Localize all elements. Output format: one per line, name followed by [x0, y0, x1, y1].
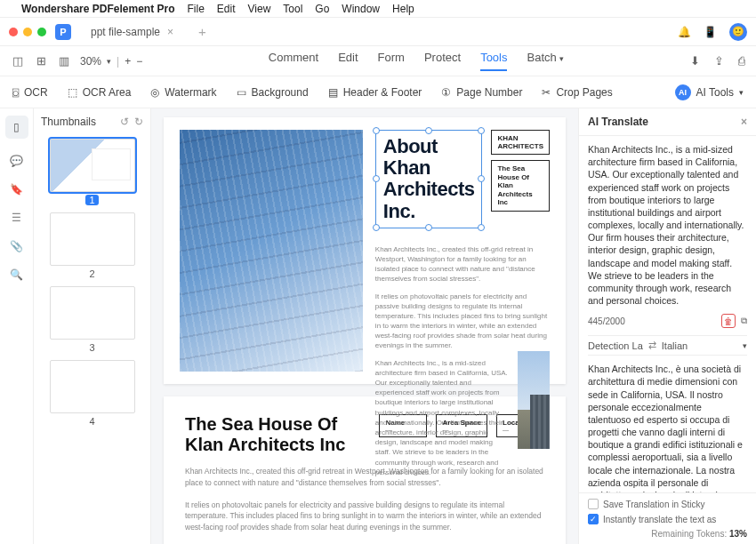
- menu-view[interactable]: View: [248, 3, 271, 15]
- copy-icon[interactable]: ⧉: [741, 316, 747, 326]
- share-icon[interactable]: ⇪: [714, 54, 724, 68]
- thumbnail-page-2[interactable]: 2: [43, 212, 141, 279]
- source-text[interactable]: Khan Architects Inc., is a mid-sized arc…: [588, 143, 747, 307]
- source-lang[interactable]: Detection La: [588, 340, 643, 351]
- resize-handle[interactable]: [425, 127, 432, 134]
- chevron-down-icon: ▾: [559, 54, 564, 63]
- ocr-area-button[interactable]: ⬚OCR Area: [68, 86, 132, 99]
- swap-languages-icon[interactable]: ⇄: [648, 340, 656, 351]
- rotate-ccw-icon[interactable]: ↺: [120, 116, 129, 128]
- menu-file[interactable]: File: [188, 3, 205, 15]
- attachments-tab-icon[interactable]: 📎: [10, 240, 23, 252]
- tab-tools[interactable]: Tools: [480, 51, 507, 71]
- new-tab-button[interactable]: +: [198, 24, 206, 39]
- zoom-control[interactable]: 30% ▾ | + −: [80, 55, 142, 68]
- target-lang[interactable]: Italian: [662, 340, 688, 351]
- ocr-button[interactable]: ⌼OCR: [12, 86, 48, 99]
- brand-label: KHAN ARCHITECTS: [491, 130, 550, 155]
- rotate-cw-icon[interactable]: ↻: [134, 116, 143, 128]
- option-label: Save Translation in Sticky: [603, 500, 705, 509]
- ai-tools-button[interactable]: AIAI Tools▾: [675, 84, 744, 100]
- bell-icon[interactable]: 🔔: [678, 26, 691, 38]
- thumbnails-title: Thumbnails: [41, 116, 96, 128]
- background-icon: ▭: [237, 86, 246, 99]
- close-window-icon[interactable]: [9, 28, 18, 36]
- close-panel-icon[interactable]: ×: [741, 116, 747, 128]
- close-tab-icon[interactable]: ×: [167, 26, 173, 38]
- background-button[interactable]: ▭Background: [237, 86, 309, 99]
- zoom-in-button[interactable]: +: [125, 55, 131, 68]
- minimize-window-icon[interactable]: [23, 28, 32, 36]
- tab-protect[interactable]: Protect: [424, 51, 461, 71]
- grid-view-icon[interactable]: ⊞: [34, 54, 48, 68]
- mobile-icon[interactable]: 📱: [704, 26, 717, 38]
- resize-handle[interactable]: [478, 175, 485, 182]
- body-text: Khan Architects Inc., is a mid-sized arc…: [375, 358, 509, 477]
- header-footer-button[interactable]: ▤Header & Footer: [328, 86, 422, 99]
- menu-tool[interactable]: Tool: [283, 3, 302, 15]
- user-avatar[interactable]: 🙂: [729, 23, 747, 41]
- print-icon[interactable]: ⎙: [738, 54, 745, 68]
- option-save-sticky[interactable]: Save Translation in Sticky: [588, 499, 747, 509]
- resize-handle[interactable]: [478, 127, 485, 134]
- language-selector[interactable]: Detection La ⇄ Italian ▾: [588, 335, 747, 356]
- page-num: 4: [89, 416, 94, 427]
- layers-tab-icon[interactable]: ☰: [12, 212, 21, 224]
- sidebar-toggle-icon[interactable]: ◫: [11, 54, 25, 68]
- tools-toolbar: ⌼OCR ⬚OCR Area ◎Watermark ▭Background ▤H…: [0, 76, 756, 108]
- page2-title: The Sea House Of Klan Architects Inc: [185, 414, 361, 455]
- left-sidebar-rail: ▯ 💬 🔖 ☰ 📎 🔍: [0, 108, 34, 544]
- resize-handle[interactable]: [425, 224, 432, 231]
- watermark-button[interactable]: ◎Watermark: [150, 86, 216, 99]
- search-tab-icon[interactable]: 🔍: [10, 268, 23, 281]
- split-view-icon[interactable]: ▥: [57, 54, 71, 68]
- ai-icon: AI: [675, 84, 691, 100]
- thumbnail-page-4[interactable]: 4: [43, 360, 141, 427]
- page-num: 1: [85, 195, 98, 205]
- comments-tab-icon[interactable]: 💬: [10, 155, 23, 167]
- window-controls[interactable]: [9, 28, 46, 36]
- selected-text-box[interactable]: About Khan Architects Inc.: [375, 130, 483, 228]
- body-text: Khan Architects Inc., created this off-g…: [375, 244, 550, 284]
- thumbnail-page-1[interactable]: 1: [43, 139, 141, 205]
- checkbox-off-icon[interactable]: [588, 499, 599, 509]
- zoom-window-icon[interactable]: [37, 28, 46, 36]
- page-num: 3: [89, 342, 94, 353]
- thumbnail-page-3[interactable]: 3: [43, 286, 141, 353]
- menu-edit[interactable]: Edit: [217, 3, 236, 15]
- resize-handle[interactable]: [373, 127, 380, 134]
- app-icon: P: [55, 24, 71, 40]
- checkbox-on-icon[interactable]: ✓: [588, 514, 599, 524]
- menu-go[interactable]: Go: [315, 3, 329, 15]
- document-tab[interactable]: ppt file-sample ×: [80, 22, 184, 42]
- option-instant-translate[interactable]: ✓ Instantly translate the text as: [588, 514, 747, 524]
- page-number-button[interactable]: ①Page Number: [441, 86, 522, 99]
- menu-help[interactable]: Help: [392, 3, 414, 15]
- menu-window[interactable]: Window: [342, 3, 380, 15]
- page-num: 2: [89, 268, 94, 279]
- delete-icon[interactable]: 🗑: [721, 314, 736, 328]
- app-name[interactable]: Wondershare PDFelement Pro: [21, 3, 175, 15]
- thumbnails-tab-icon[interactable]: ▯: [5, 116, 28, 139]
- chevron-down-icon[interactable]: ▾: [107, 57, 111, 66]
- resize-handle[interactable]: [373, 175, 380, 182]
- page-number-icon: ①: [441, 86, 451, 99]
- resize-handle[interactable]: [478, 224, 485, 231]
- cloud-download-icon[interactable]: ⬇︎: [690, 54, 700, 68]
- ocr-icon: ⌼: [12, 86, 19, 99]
- resize-handle[interactable]: [373, 224, 380, 231]
- thumbnails-panel: Thumbnails ↺ ↻ 1 2 3 4: [34, 108, 151, 544]
- crop-pages-button[interactable]: ✂Crop Pages: [542, 86, 612, 99]
- tab-form[interactable]: Form: [378, 51, 405, 71]
- tab-batch[interactable]: Batch ▾: [527, 51, 564, 71]
- tab-comment[interactable]: Comment: [269, 51, 318, 71]
- zoom-out-button[interactable]: −: [136, 55, 142, 68]
- main-tabs: Comment Edit Form Protect Tools Batch ▾: [151, 51, 681, 71]
- chevron-down-icon[interactable]: ▾: [743, 341, 747, 350]
- document-viewport[interactable]: About Khan Architects Inc. KHAN ARCHITEC…: [151, 108, 578, 544]
- watermark-icon: ◎: [150, 86, 159, 99]
- remaining-tokens: Remaining Tokens: 13%: [588, 529, 747, 539]
- bookmarks-tab-icon[interactable]: 🔖: [10, 183, 23, 196]
- tab-edit[interactable]: Edit: [338, 51, 358, 71]
- translated-text: Khan Architects Inc., è una società di a…: [588, 363, 747, 492]
